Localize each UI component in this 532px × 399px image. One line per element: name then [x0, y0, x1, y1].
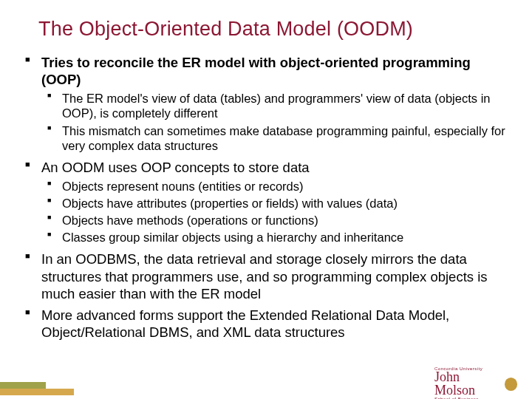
slide: The Object-Oriented Data Model (OODM) Tr… [0, 0, 532, 399]
logo-text: Concordia University John Molson School … [434, 367, 502, 399]
bullet-1-sublist: The ER model's view of data (tables) and… [41, 91, 511, 153]
bullet-1: Tries to reconcile the ER model with obj… [21, 54, 511, 153]
accent-bar-gold [0, 389, 74, 395]
accent-bar-green [0, 382, 46, 389]
bullet-1-text: Tries to reconcile the ER model with obj… [41, 55, 471, 87]
bullet-list: Tries to reconcile the ER model with obj… [21, 54, 511, 341]
slide-title: The Object-Oriented Data Model (OODM) [38, 18, 511, 41]
bullet-2: An OODM uses OOP concepts to store data … [21, 159, 511, 245]
seal-icon [505, 378, 517, 391]
sub-bullet: Objects represent nouns (entities or rec… [41, 179, 511, 194]
sub-bullet: This mismatch can sometimes make databas… [41, 123, 511, 153]
logo-line2: John Molson [434, 372, 475, 397]
bullet-2-text: An OODM uses OOP concepts to store data [41, 160, 310, 175]
bullet-4: More advanced forms support the Extended… [21, 307, 511, 341]
bullet-3: In an OODBMS, the data retrieval and sto… [21, 250, 511, 301]
sub-bullet: Classes group similar objects using a hi… [41, 230, 511, 245]
school-logo: Concordia University John Molson School … [434, 374, 517, 395]
sub-bullet: Objects have methods (operations or func… [41, 213, 511, 228]
footer: Concordia University John Molson School … [0, 372, 532, 399]
sub-bullet: The ER model's view of data (tables) and… [41, 91, 511, 120]
bullet-2-sublist: Objects represent nouns (entities or rec… [41, 179, 511, 245]
sub-bullet: Objects have attributes (properties or f… [41, 196, 511, 211]
